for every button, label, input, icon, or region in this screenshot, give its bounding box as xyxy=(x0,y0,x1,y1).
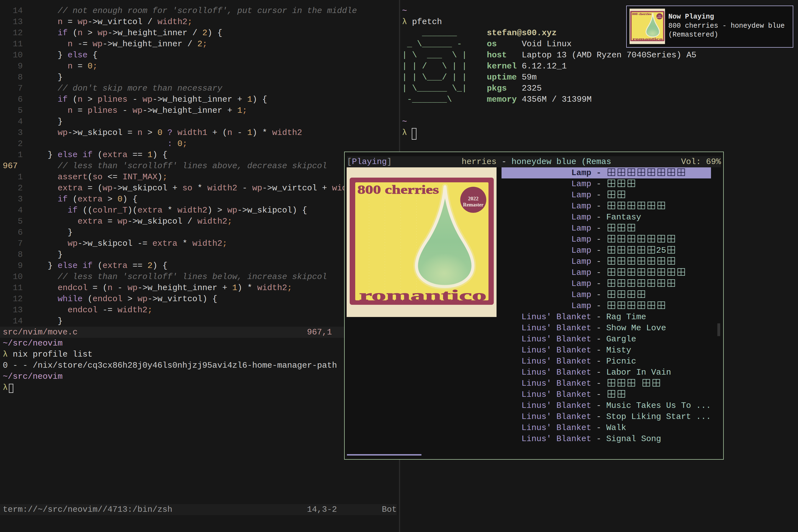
svg-text:romantico: romantico xyxy=(359,287,487,304)
svg-text:800 cherries: 800 cherries xyxy=(632,13,651,16)
svg-text:Remaster: Remaster xyxy=(463,202,483,208)
svg-text:2022: 2022 xyxy=(658,15,661,17)
svg-text:romantico: romantico xyxy=(632,37,663,41)
svg-text:800 cherries: 800 cherries xyxy=(358,183,439,196)
svg-text:2022: 2022 xyxy=(468,196,478,202)
svg-text:Remaster: Remaster xyxy=(657,17,662,18)
